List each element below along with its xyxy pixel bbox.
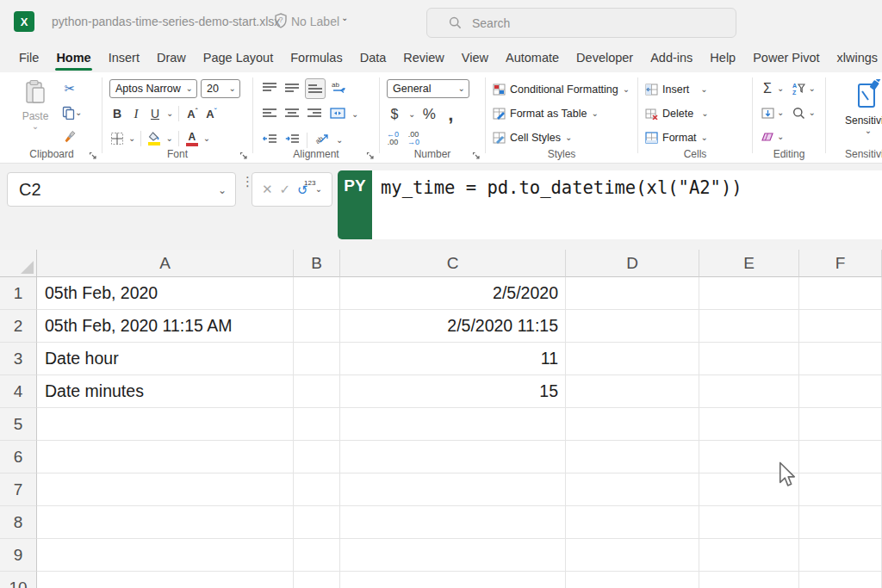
font-name-select[interactable]: Aptos Narrow⌄ (109, 79, 197, 98)
increase-indent-button[interactable] (283, 131, 301, 150)
cell-E4[interactable] (699, 375, 799, 408)
cut-button[interactable]: ✂ (62, 79, 78, 98)
align-center-button[interactable] (283, 105, 301, 124)
row-header-3[interactable]: 3 (0, 343, 37, 375)
cell-C3[interactable]: 11 (340, 343, 566, 375)
tab-page-layout[interactable]: Page Layout (195, 45, 282, 72)
cell-A6[interactable] (37, 441, 294, 473)
row-header-8[interactable]: 8 (0, 506, 37, 539)
number-dialog-launcher-icon[interactable] (472, 152, 481, 160)
cell-B2[interactable] (294, 310, 340, 343)
cell-F9[interactable] (799, 539, 882, 572)
column-header-B[interactable]: B (294, 250, 340, 277)
increase-font-size-button[interactable]: Aˆ (184, 104, 200, 123)
cell-B5[interactable] (294, 408, 340, 441)
cell-C9[interactable] (340, 539, 566, 572)
align-right-button[interactable] (305, 105, 324, 124)
format-as-table-button[interactable]: Format as Table ⌄ (488, 102, 636, 126)
cell-D8[interactable] (566, 506, 699, 539)
format-painter-button[interactable] (62, 127, 78, 146)
merge-chevron-icon[interactable]: ⌄ (351, 110, 358, 119)
fill-color-chevron-icon[interactable]: ⌄ (165, 134, 172, 143)
insert-cells-button[interactable]: Insert ⌄ (640, 77, 750, 102)
borders-button[interactable] (109, 129, 125, 148)
clipboard-dialog-launcher-icon[interactable] (89, 152, 97, 160)
tab-developer[interactable]: Developer (568, 45, 642, 72)
align-top-button[interactable] (260, 79, 279, 98)
cell-A4[interactable]: Date minutes (37, 375, 294, 408)
cell-A9[interactable] (37, 539, 294, 572)
delete-cells-button[interactable]: Delete ⌄ (640, 102, 750, 126)
cell-B6[interactable] (294, 441, 340, 473)
cell-F4[interactable] (799, 375, 882, 408)
sort-filter-button[interactable]: AZ (791, 79, 806, 98)
tab-xlwings[interactable]: xlwings (829, 45, 882, 72)
column-header-D[interactable]: D (566, 250, 699, 277)
cell-A8[interactable] (37, 506, 294, 539)
tab-file[interactable]: File (10, 45, 47, 72)
python-calculate-icon[interactable]: ↺123 (297, 183, 308, 196)
cell-B7[interactable] (294, 473, 340, 506)
cell-A1[interactable]: 05th Feb, 2020 (37, 277, 294, 310)
cell-E3[interactable] (699, 343, 799, 375)
tab-data[interactable]: Data (351, 45, 395, 72)
clear-button[interactable] (760, 127, 775, 146)
decrease-decimal-button[interactable]: .00→0 (407, 131, 419, 146)
percent-format-button[interactable]: % (421, 105, 437, 124)
font-size-select[interactable]: 20⌄ (201, 79, 240, 98)
cell-C2[interactable]: 2/5/2020 11:15 (340, 310, 566, 343)
column-header-C[interactable]: C (340, 250, 566, 277)
cell-C10[interactable] (340, 572, 566, 588)
cell-E1[interactable] (699, 277, 799, 310)
column-header-A[interactable]: A (37, 250, 294, 277)
font-color-button[interactable]: A (184, 129, 200, 148)
fill-chevron-icon[interactable]: ⌄ (777, 108, 784, 117)
cell-C7[interactable] (340, 473, 566, 506)
cell-B3[interactable] (294, 343, 340, 375)
enter-icon[interactable]: ✓ (280, 182, 291, 197)
autosum-chevron-icon[interactable]: ⌄ (777, 84, 784, 93)
cell-D2[interactable] (566, 310, 699, 343)
cell-A7[interactable] (37, 473, 294, 506)
tab-draw[interactable]: Draw (148, 45, 195, 72)
row-header-10[interactable]: 10 (0, 572, 37, 588)
select-all-button[interactable] (0, 250, 37, 277)
row-header-6[interactable]: 6 (0, 441, 37, 473)
tab-automate[interactable]: Automate (497, 45, 568, 72)
find-select-button[interactable] (791, 103, 806, 122)
conditional-formatting-button[interactable]: Conditional Formatting ⌄ (488, 77, 636, 102)
formula-options-chevron-icon[interactable]: ⌄ (315, 185, 322, 194)
copy-chevron-icon[interactable]: ⌄ (75, 108, 82, 117)
cell-A3[interactable]: Date hour (37, 343, 294, 375)
font-color-chevron-icon[interactable]: ⌄ (203, 134, 210, 143)
cell-C4[interactable]: 15 (340, 375, 566, 408)
cell-F2[interactable] (799, 310, 882, 343)
clear-chevron-icon[interactable]: ⌄ (777, 133, 784, 141)
merge-center-button[interactable] (327, 105, 348, 124)
cell-E5[interactable] (699, 408, 799, 441)
sensitivity-label[interactable]: No Label (291, 15, 339, 28)
copy-button[interactable]: ⌄ (62, 103, 82, 122)
number-format-select[interactable]: General⌄ (387, 79, 469, 98)
cell-B10[interactable] (294, 572, 340, 588)
excel-logo-icon[interactable]: X (14, 11, 34, 32)
tab-power-pivot[interactable]: Power Pivot (744, 45, 828, 72)
row-header-4[interactable]: 4 (0, 375, 37, 408)
sensitivity-button[interactable]: Sensitivity ⌄ (828, 77, 882, 135)
cell-D10[interactable] (566, 572, 699, 588)
cell-A2[interactable]: 05th Feb, 2020 11:15 AM (37, 310, 294, 343)
sensitivity-label-chevron-icon[interactable]: ⌄ (341, 14, 348, 22)
cell-A5[interactable] (37, 408, 294, 441)
orientation-chevron-icon[interactable]: ⌄ (336, 136, 343, 145)
font-dialog-launcher-icon[interactable] (239, 152, 248, 160)
italic-button[interactable]: I (128, 104, 144, 123)
cell-D5[interactable] (566, 408, 699, 441)
cell-D9[interactable] (566, 539, 699, 572)
row-header-9[interactable]: 9 (0, 539, 37, 572)
find-select-chevron-icon[interactable]: ⌄ (808, 108, 815, 117)
align-middle-button[interactable] (283, 79, 301, 98)
cell-D3[interactable] (566, 343, 699, 375)
tab-add-ins[interactable]: Add-ins (642, 45, 701, 72)
decrease-indent-button[interactable] (260, 131, 279, 150)
currency-chevron-icon[interactable]: ⌄ (408, 110, 415, 119)
